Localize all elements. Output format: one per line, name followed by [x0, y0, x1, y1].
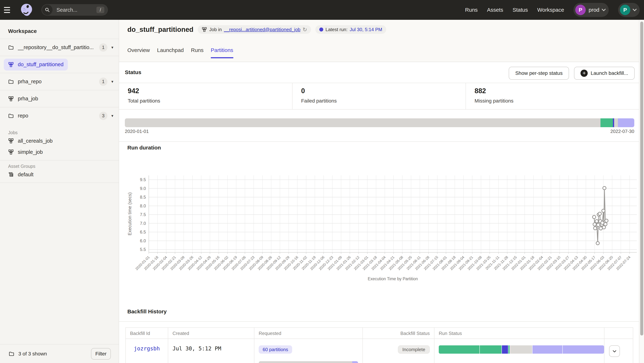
page-tabs: OverviewLaunchpadRunsPartitions [127, 47, 233, 58]
user-menu[interactable]: P [618, 3, 640, 17]
run-status-dot [319, 28, 323, 32]
svg-text:9.5: 9.5 [140, 177, 146, 182]
top-nav: Search... / RunsAssetsStatusWorkspace P … [0, 0, 644, 20]
bar-segment [352, 361, 358, 363]
dagster-logo-icon[interactable] [20, 3, 34, 17]
sidebar-item-do-stuff-partitioned[interactable]: do_stuff_partitioned [0, 56, 119, 73]
nav-link-assets[interactable]: Assets [487, 7, 503, 13]
job-count-badge: 1 [99, 78, 108, 86]
bar-segment [563, 345, 604, 354]
caret-down-icon[interactable]: ▾ [111, 114, 113, 118]
deployment-name: prod [588, 7, 600, 13]
stat-label: Missing partitions [474, 98, 639, 104]
stat-label: Total partitions [128, 98, 292, 104]
stat-total-partitions: 942Total partitions [119, 83, 292, 109]
backfill-status-badge: Incomplete [398, 345, 430, 354]
sidebar-item-label: __repository__do_stuff_partitio... [18, 44, 99, 50]
page-title: do_stuff_partitioned [127, 26, 194, 34]
nav-link-runs[interactable]: Runs [465, 7, 478, 13]
caret-down-icon[interactable]: ▾ [111, 45, 113, 50]
partition-stats: 942Total partitions0Failed partitions882… [119, 83, 639, 110]
svg-text:8.0: 8.0 [140, 204, 146, 208]
folder-icon [9, 351, 14, 357]
bar-segment [259, 361, 352, 363]
partition-range-end: 2022-07-30 [610, 128, 634, 134]
sidebar-separator [0, 160, 119, 160]
tab-launchpad[interactable]: Launchpad [157, 47, 184, 58]
status-header-row: Status Show per-step status + Launch bac… [119, 62, 639, 83]
caret-down-icon[interactable]: ▾ [111, 79, 113, 84]
run-status-bar[interactable] [439, 345, 604, 354]
sidebar-item-repo[interactable]: repo3▾ [0, 107, 119, 124]
stat-missing-partitions: 882Missing partitions [466, 83, 639, 109]
nav-link-status[interactable]: Status [512, 7, 528, 13]
search-input[interactable]: Search... / [41, 4, 108, 16]
dagster-app: Search... / RunsAssetsStatusWorkspace P … [0, 0, 644, 363]
sidebar-item-prha-repo[interactable]: prha_repo1▾ [0, 73, 119, 90]
stat-value: 942 [128, 87, 292, 95]
sidebar-job-simple_job[interactable]: simple_job [0, 146, 119, 158]
job-icon [202, 27, 207, 32]
scrollbar-thumb[interactable] [640, 22, 643, 336]
partition-status-section: 2020-01-01 2022-07-30 [119, 110, 639, 142]
col-run-status: Run Status [434, 328, 604, 339]
repos-shown-count: 3 of 3 shown [18, 351, 91, 357]
refresh-icon[interactable]: ↻ [302, 26, 307, 33]
requested-partitions-tag[interactable]: 60 partitions [259, 345, 292, 354]
tab-runs[interactable]: Runs [191, 47, 204, 58]
stat-value: 882 [474, 87, 639, 95]
sidebar-job-all_cereals_job[interactable]: all_cereals_job [0, 135, 119, 146]
filter-button[interactable]: Filter [91, 348, 111, 360]
deployment-switcher[interactable]: P prod [574, 3, 609, 17]
deployment-avatar: P [575, 5, 586, 15]
plus-icon: + [580, 70, 588, 77]
menu-icon[interactable] [4, 0, 16, 20]
latest-run-link[interactable]: Jul 30, 5:14 PM [350, 27, 382, 32]
svg-text:8.5: 8.5 [140, 195, 146, 200]
col-created: Created [168, 328, 254, 339]
bar-segment [502, 345, 508, 354]
job-tag: Job in __reposi...artitioned@partitioned… [198, 25, 311, 34]
bar-segment [125, 118, 600, 127]
launch-backfill-button[interactable]: + Launch backfill... [574, 67, 635, 80]
bar-segment [618, 118, 634, 127]
page-scrollbar[interactable] [639, 20, 644, 363]
stat-value: 0 [301, 87, 466, 95]
show-per-step-status-button[interactable]: Show per-step status [509, 67, 569, 80]
job-tag-link[interactable]: __reposi...artitioned@partitioned_job [224, 27, 300, 32]
job-icon [8, 62, 14, 68]
user-avatar: P [620, 5, 630, 15]
row-expand-button[interactable] [609, 345, 620, 357]
search-icon [42, 5, 52, 15]
page-header: do_stuff_partitioned Job in __reposi...a… [119, 20, 639, 62]
asset-group-icon [8, 172, 14, 177]
selected-pill: do_stuff_partitioned [4, 59, 68, 70]
sidebar-title: Workspace [0, 20, 119, 34]
sidebar-asset-group-default[interactable]: default [0, 169, 119, 180]
job-count-badge: 3 [99, 112, 108, 120]
tab-overview[interactable]: Overview [127, 47, 150, 58]
nav-link-workspace[interactable]: Workspace [537, 7, 564, 13]
svg-text:Execution Time by Partition: Execution Time by Partition [368, 276, 418, 281]
sidebar-footer: 3 of 3 shown Filter [0, 344, 119, 363]
bar-segment [439, 345, 480, 354]
sidebar-item-label: prha_job [18, 96, 113, 102]
backfill-table-section: Backfill Id Created Requested Backfill S… [119, 321, 639, 363]
sidebar-item-prha-job[interactable]: prha_job [0, 90, 119, 107]
sidebar-item-label: do_stuff_partitioned [18, 62, 64, 68]
sidebar-item-label: prha_repo [18, 78, 99, 84]
partition-status-bar[interactable] [125, 118, 634, 127]
sidebar-item-label: repo [18, 113, 99, 119]
sidebar-groups: Jobsall_cereals_jobsimple_jobAsset Group… [0, 125, 119, 183]
sidebar-item--repository-do-stuff-partitio-[interactable]: __repository__do_stuff_partitio...1▾ [0, 39, 119, 56]
backfill-id-link[interactable]: jozrgsbh [126, 345, 160, 352]
svg-text:6.5: 6.5 [140, 230, 146, 234]
latest-run-label: Latest run: [326, 27, 348, 32]
tab-partitions[interactable]: Partitions [211, 47, 233, 58]
search-shortcut-key: / [96, 7, 104, 13]
svg-text:7.5: 7.5 [140, 212, 146, 217]
bar-segment [508, 345, 510, 354]
col-actions [604, 328, 633, 339]
sidebar-separator [0, 182, 119, 183]
svg-text:6.0: 6.0 [140, 238, 146, 243]
